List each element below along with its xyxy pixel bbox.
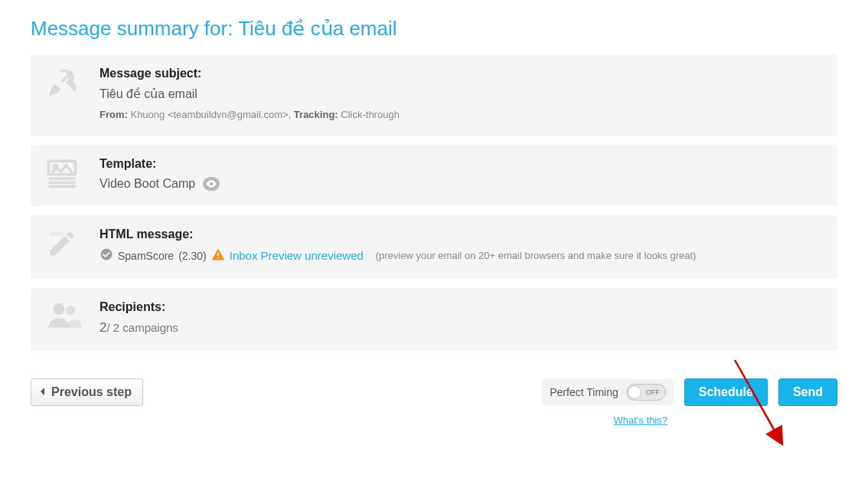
subject-value: Tiêu đề của email [100, 87, 822, 101]
svg-point-10 [53, 303, 64, 315]
svg-point-6 [210, 183, 212, 185]
recipients-suffix: / 2 campaigns [106, 321, 178, 334]
html-label: HTML message: [100, 228, 822, 241]
recipients-panel: Recipients: 2/ 2 campaigns [31, 288, 837, 351]
spamscore-label: SpamScore [118, 250, 174, 262]
inbox-preview-link[interactable]: Inbox Preview unreviewed [230, 249, 364, 262]
previous-step-label: Previous step [51, 385, 132, 399]
recipients-label: Recipients: [100, 300, 822, 314]
subject-panel: Message subject: Tiêu đề của email From:… [31, 54, 837, 136]
template-panel: Template: Video Boot Camp [31, 145, 837, 206]
preview-eye-icon[interactable] [203, 177, 220, 191]
check-icon [100, 247, 113, 264]
tracking-value: Click-through [341, 109, 400, 120]
svg-rect-8 [217, 253, 218, 256]
people-icon [46, 300, 100, 329]
toggle-state-label: OFF [646, 388, 660, 396]
whats-this-link[interactable]: What's this? [614, 414, 667, 426]
perfect-timing-label: Perfect Timing [550, 386, 618, 398]
svg-point-11 [66, 306, 75, 315]
from-label: From: [100, 109, 128, 120]
subject-label: Message subject: [100, 67, 822, 80]
from-value: Khuong <teambuildvn@gmail.com> [130, 109, 288, 120]
tools-icon [46, 67, 100, 99]
recipients-value: 2/ 2 campaigns [100, 320, 822, 336]
perfect-timing-toggle[interactable]: OFF [626, 384, 666, 401]
template-icon [46, 157, 100, 189]
perfect-timing-box: Perfect Timing OFF [542, 379, 673, 405]
whats-this-row: What's this? [31, 414, 667, 426]
template-label: Template: [100, 157, 822, 171]
footer: Previous step Perfect Timing OFF Schedul… [31, 378, 837, 406]
svg-point-7 [101, 249, 113, 260]
subject-meta: From: Khuong <teambuildvn@gmail.com>, Tr… [100, 109, 822, 120]
inbox-preview-hint: (preview your email on 20+ email browser… [376, 250, 697, 261]
send-button[interactable]: Send [778, 378, 837, 406]
previous-step-button[interactable]: Previous step [31, 378, 143, 406]
toggle-knob [628, 385, 641, 399]
template-name: Video Boot Camp [100, 177, 195, 191]
chevron-left-icon [39, 385, 45, 399]
tracking-label: Tracking: [294, 109, 338, 120]
page-title-subject: Tiêu đề của email [238, 17, 396, 40]
schedule-button[interactable]: Schedule [684, 378, 768, 406]
svg-rect-9 [217, 257, 218, 258]
spamscore-value: (2.30) [178, 250, 207, 262]
page-title: Message summary for: Tiêu đề của email [31, 17, 837, 41]
html-panel: HTML message: SpamScore (2.30) [31, 215, 837, 279]
warning-icon [211, 248, 225, 263]
page-title-prefix: Message summary for: [31, 17, 238, 40]
edit-icon [46, 228, 100, 260]
